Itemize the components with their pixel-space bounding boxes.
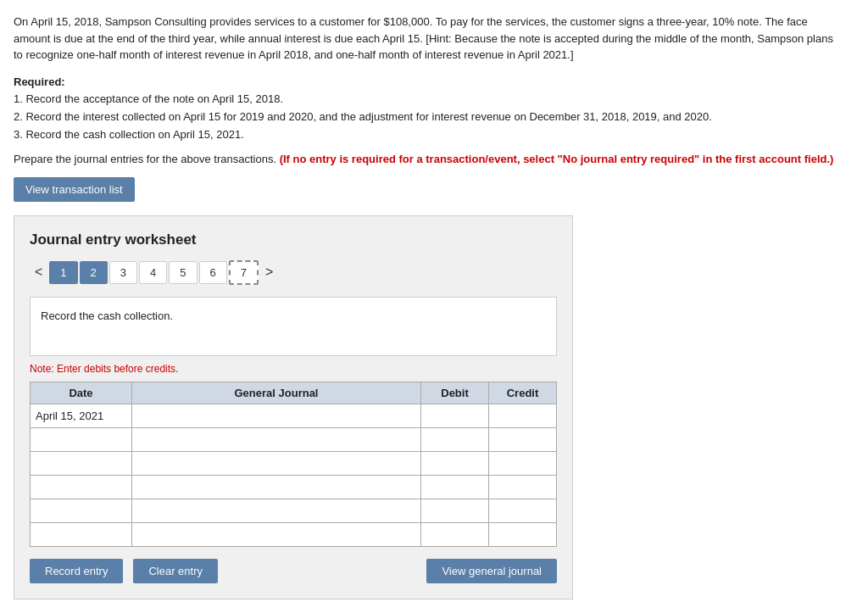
date-cell-4 <box>31 475 132 499</box>
req2: 2. Record the interest collected on Apri… <box>14 109 854 126</box>
debit-cell-6[interactable] <box>421 522 489 546</box>
journal-cell-4[interactable] <box>132 475 421 499</box>
col-header-debit: Debit <box>421 382 489 404</box>
table-row <box>31 427 557 451</box>
journal-cell-6[interactable] <box>132 522 421 546</box>
journal-input-6[interactable] <box>137 528 415 541</box>
journal-cell-5[interactable] <box>132 499 421 522</box>
date-cell-5 <box>31 499 132 522</box>
req1: 1. Record the acceptance of the note on … <box>14 91 854 109</box>
debit-input-2[interactable] <box>426 433 483 446</box>
journal-cell-3[interactable] <box>132 451 421 475</box>
worksheet-title: Journal entry worksheet <box>30 231 557 248</box>
journal-table: Date General Journal Debit Credit April … <box>30 382 557 547</box>
tab-7[interactable]: 7 <box>229 260 259 285</box>
req3: 3. Record the cash collection on April 1… <box>14 126 854 144</box>
col-header-date: Date <box>31 382 132 404</box>
table-row <box>31 499 557 522</box>
problem-text: On April 15, 2018, Sampson Consulting pr… <box>14 14 844 64</box>
instruction-red-text: (If no entry is required for a transacti… <box>280 153 834 165</box>
debit-input-3[interactable] <box>426 457 483 470</box>
credit-input-6[interactable] <box>494 528 551 541</box>
table-row <box>31 475 557 499</box>
worksheet-container: Journal entry worksheet < 1 2 3 4 5 6 7 … <box>14 215 573 599</box>
credit-input-5[interactable] <box>494 504 551 517</box>
debit-input-1[interactable] <box>426 410 483 422</box>
tab-1[interactable]: 1 <box>49 261 77 284</box>
journal-input-5[interactable] <box>137 504 415 517</box>
credit-cell-2[interactable] <box>489 427 557 451</box>
journal-input-3[interactable] <box>137 457 415 470</box>
debit-input-6[interactable] <box>426 528 483 541</box>
table-row <box>31 522 557 546</box>
journal-cell-2[interactable] <box>132 427 421 451</box>
journal-cell-1[interactable] <box>132 404 421 427</box>
date-cell-1: April 15, 2021 <box>31 404 132 427</box>
tab-6[interactable]: 6 <box>199 261 227 284</box>
credit-cell-1[interactable] <box>489 404 557 427</box>
debit-cell-2[interactable] <box>421 427 489 451</box>
view-transaction-button[interactable]: View transaction list <box>14 177 135 202</box>
tab-next-arrow[interactable]: > <box>260 261 278 283</box>
debit-input-4[interactable] <box>426 481 483 493</box>
credit-cell-4[interactable] <box>489 475 557 499</box>
note-text: Note: Enter debits before credits. <box>30 363 557 375</box>
debit-input-5[interactable] <box>426 504 483 517</box>
col-header-credit: Credit <box>489 382 557 404</box>
date-cell-2 <box>31 427 132 451</box>
date-cell-3 <box>31 451 132 475</box>
tab-2[interactable]: 2 <box>80 261 108 284</box>
tab-navigation: < 1 2 3 4 5 6 7 > <box>30 260 557 285</box>
instruction-paragraph: Prepare the journal entries for the abov… <box>14 153 854 165</box>
credit-cell-5[interactable] <box>489 499 557 522</box>
debit-cell-5[interactable] <box>421 499 489 522</box>
credit-input-2[interactable] <box>494 433 551 446</box>
instruction-text: Prepare the journal entries for the abov… <box>14 153 280 165</box>
credit-input-4[interactable] <box>494 481 551 493</box>
tab-4[interactable]: 4 <box>139 261 167 284</box>
problem-paragraph: On April 15, 2018, Sampson Consulting pr… <box>14 15 833 61</box>
tab-5[interactable]: 5 <box>169 261 197 284</box>
date-cell-6 <box>31 522 132 546</box>
credit-input-1[interactable] <box>494 410 551 422</box>
worksheet-instruction-text: Record the cash collection. <box>41 309 173 322</box>
col-header-journal: General Journal <box>132 382 421 404</box>
credit-cell-6[interactable] <box>489 522 557 546</box>
tab-prev-arrow[interactable]: < <box>30 261 47 283</box>
debit-cell-1[interactable] <box>421 404 489 427</box>
journal-input-4[interactable] <box>137 481 415 493</box>
table-row <box>31 451 557 475</box>
required-label: Required: <box>14 75 65 88</box>
table-row: April 15, 2021 <box>31 404 557 427</box>
view-general-journal-button[interactable]: View general journal <box>426 559 557 583</box>
record-entry-button[interactable]: Record entry <box>30 559 123 583</box>
clear-entry-button[interactable]: Clear entry <box>133 559 218 583</box>
credit-input-3[interactable] <box>494 457 551 470</box>
journal-input-1[interactable] <box>137 410 415 422</box>
credit-cell-3[interactable] <box>489 451 557 475</box>
instruction-box: Record the cash collection. <box>30 297 557 356</box>
button-row: Record entry Clear entry View general jo… <box>30 559 557 583</box>
required-section: Required: 1. Record the acceptance of th… <box>14 74 854 144</box>
debit-cell-3[interactable] <box>421 451 489 475</box>
journal-input-2[interactable] <box>137 433 415 446</box>
tab-3[interactable]: 3 <box>109 261 137 284</box>
debit-cell-4[interactable] <box>421 475 489 499</box>
